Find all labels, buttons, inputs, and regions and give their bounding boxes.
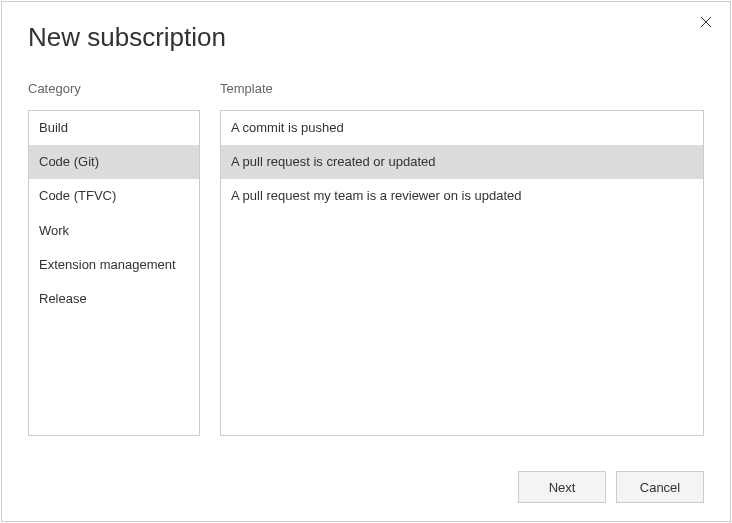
dialog-title: New subscription <box>28 22 704 53</box>
cancel-button[interactable]: Cancel <box>616 471 704 503</box>
category-item[interactable]: Release <box>29 282 199 316</box>
next-button[interactable]: Next <box>518 471 606 503</box>
template-item[interactable]: A pull request is created or updated <box>221 145 703 179</box>
category-column: Category BuildCode (Git)Code (TFVC)WorkE… <box>28 81 200 436</box>
template-column: Template A commit is pushedA pull reques… <box>220 81 704 436</box>
content-columns: Category BuildCode (Git)Code (TFVC)WorkE… <box>28 81 704 436</box>
template-item[interactable]: A commit is pushed <box>221 111 703 145</box>
template-item[interactable]: A pull request my team is a reviewer on … <box>221 179 703 213</box>
dialog-footer: Next Cancel <box>518 471 704 503</box>
category-label: Category <box>28 81 200 96</box>
category-item[interactable]: Extension management <box>29 248 199 282</box>
category-item[interactable]: Work <box>29 214 199 248</box>
category-item[interactable]: Code (TFVC) <box>29 179 199 213</box>
category-listbox[interactable]: BuildCode (Git)Code (TFVC)WorkExtension … <box>28 110 200 436</box>
template-listbox[interactable]: A commit is pushedA pull request is crea… <box>220 110 704 436</box>
template-label: Template <box>220 81 704 96</box>
category-item[interactable]: Code (Git) <box>29 145 199 179</box>
new-subscription-dialog: New subscription Category BuildCode (Git… <box>1 1 731 522</box>
close-icon <box>700 16 712 28</box>
close-button[interactable] <box>698 14 714 30</box>
category-item[interactable]: Build <box>29 111 199 145</box>
